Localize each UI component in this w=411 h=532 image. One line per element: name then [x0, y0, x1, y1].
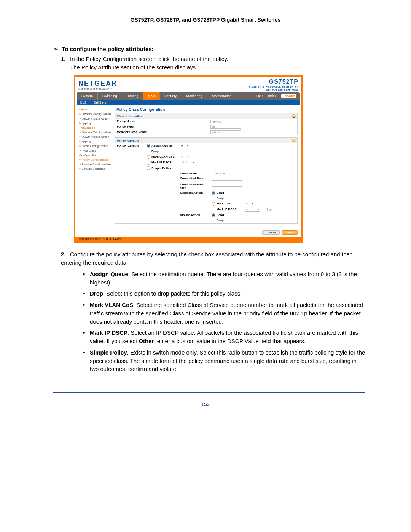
bullet-mark-ip-dscp: • Mark IP DSCP. Select an IP DSCP value.…: [83, 329, 365, 345]
sidebar-policy-config[interactable]: Policy Configuration: [79, 158, 113, 162]
brand-tagline: Connect with Innovation™: [78, 88, 117, 90]
sidebar-service-config[interactable]: Service Configuration: [79, 162, 113, 167]
conform-action-label: Conform Action: [180, 191, 203, 195]
nav-index[interactable]: Index: [268, 94, 276, 98]
color-mode-value: Color Blind: [210, 171, 297, 176]
policy-type-input[interactable]: In: [210, 125, 241, 129]
policy-attr-header: Policy Attribute: [117, 139, 139, 142]
committed-burst-input[interactable]: [212, 183, 242, 187]
step1-num: 1.: [61, 55, 70, 63]
member-class-label: Member Class Name: [115, 129, 160, 135]
conform-mark-ip-dscp-select[interactable]: af11: [245, 208, 260, 212]
section-title: Policy Class Configuration: [115, 107, 298, 113]
member-class-input[interactable]: voice: [210, 130, 241, 134]
bullet-drop: • Drop. Select this option to drop packe…: [83, 289, 365, 298]
class-info-header: Class Information: [117, 115, 143, 118]
step1-line2: The Policy Attribute section of the scre…: [70, 63, 365, 72]
mark-vlan-cos-label: Mark VLAN CoS: [151, 155, 175, 158]
bullet-simple-policy: • Simple Policy. Exists in switch mode o…: [83, 348, 365, 373]
conform-drop-label: Drop: [217, 197, 224, 200]
step-1: 1.In the Policy Configuration screen, cl…: [61, 55, 365, 72]
tab-switching[interactable]: Switching: [98, 92, 122, 100]
product-model: GS752TP: [249, 78, 298, 85]
sub-nav: CoS | DiffServ: [77, 100, 300, 105]
document-title: GS752TP, GS728TP, and GS728TPP Gigabit S…: [0, 17, 411, 23]
help-icon[interactable]: ?: [292, 114, 296, 118]
radio-assign-queue[interactable]: [147, 144, 150, 148]
sidebar-service-stats[interactable]: Service Statistics: [79, 167, 113, 171]
copyright: Copyright © 1996-2012 NETGEAR ®: [75, 237, 301, 241]
sidebar-basic[interactable]: · Basic: [79, 107, 113, 112]
mark-ip-dscp-select[interactable]: af11: [180, 161, 195, 165]
mark-ip-dscp-label: Mark IP DSCP: [151, 161, 172, 164]
sidebar-dscp-violate-basic[interactable]: DSCP Violate Action Mapping: [79, 117, 113, 126]
bullet-assign-queue: • Assign Queue. Select the destination q…: [83, 270, 365, 287]
tab-system[interactable]: System: [77, 92, 98, 100]
committed-rate-label: Committed Rate: [180, 177, 203, 180]
step2-text: Configure the policy attributes by selec…: [61, 251, 353, 266]
simple-policy-label: Simple Policy: [151, 166, 171, 170]
apply-button[interactable]: APPLY: [282, 230, 298, 235]
subnav-cos[interactable]: CoS: [80, 101, 87, 104]
color-mode-label: Color Mode: [180, 172, 197, 175]
policy-name-input[interactable]: newPol: [210, 120, 241, 123]
task-arrow-icon: ➢: [53, 46, 60, 53]
tab-monitoring[interactable]: Monitoring: [182, 92, 207, 100]
bullet-mark-vlan-cos: • Mark VLAN CoS. Select the specified Cl…: [83, 301, 365, 326]
sidebar-dscp-violate-adv[interactable]: DSCP Violate Action Mapping: [79, 135, 113, 144]
tab-routing[interactable]: Routing: [122, 92, 143, 100]
task-title: To configure the policy attributes:: [62, 46, 153, 52]
conform-mark-ip-dscp-input[interactable]: 10: [267, 208, 290, 211]
tab-qos[interactable]: QoS: [143, 92, 160, 100]
cancel-button[interactable]: CANCEL: [262, 230, 280, 235]
tab-security[interactable]: Security: [160, 92, 182, 100]
nav-help[interactable]: Help: [256, 94, 264, 98]
radio-drop[interactable]: [147, 150, 150, 153]
subnav-sep: |: [90, 101, 91, 104]
sidebar-advanced[interactable]: · Advanced: [79, 126, 113, 130]
radio-violate-drop[interactable]: [212, 219, 215, 222]
radio-violate-send[interactable]: [212, 213, 215, 217]
radio-conform-send[interactable]: [212, 191, 215, 195]
radio-conform-mark-cos[interactable]: [212, 202, 215, 206]
policy-name-label: Policy Name: [115, 119, 160, 124]
task-heading: ➢ To configure the policy attributes:: [53, 46, 365, 53]
step1-line1: In the Policy Configuration screen, clic…: [70, 56, 228, 62]
assign-queue-label: Assign Queue: [151, 144, 172, 147]
step2-num: 2.: [61, 250, 70, 259]
policy-type-label: Policy Type: [115, 124, 160, 129]
sidebar-ipv6-class-config[interactable]: IPv6 Class Configuration: [79, 149, 113, 158]
radio-conform-drop[interactable]: [212, 197, 215, 200]
radio-mark-ip-dscp[interactable]: [147, 161, 150, 165]
policy-attr-label: Policy Attribute: [115, 143, 145, 149]
class-info-panel: Class Information ? Policy Name newPol: [115, 113, 298, 135]
conform-mark-ip-dscp-label: Mark IP DSCP: [217, 208, 237, 211]
sidebar-diffserv-config-adv[interactable]: Diffserv Configuration: [79, 130, 113, 135]
product-desc-1: ProSafe® 48-Port Gigabit Smart Switch: [249, 85, 298, 88]
sidebar-diffserv-config-basic[interactable]: Diffserv Configuration: [79, 112, 113, 117]
violate-drop-label: Drop: [217, 219, 224, 222]
radio-mark-vlan-cos[interactable]: [147, 155, 150, 159]
main-panel: Policy Class Configuration Class Informa…: [115, 105, 300, 228]
logout-button[interactable]: LOGOUT: [281, 94, 297, 98]
committed-burst-label: Committed Burst Size: [180, 183, 205, 190]
committed-rate-input[interactable]: [212, 177, 242, 181]
help-icon[interactable]: ?: [292, 139, 296, 142]
drop-label: Drop: [151, 150, 159, 153]
brand-logo: NETGEAR: [78, 80, 117, 88]
main-nav: System Switching Routing QoS Security Mo…: [77, 92, 300, 100]
radio-conform-mark-ip-dscp[interactable]: [212, 208, 215, 211]
sidebar: · Basic Diffserv Configuration DSCP Viol…: [77, 105, 115, 228]
tab-maintenance[interactable]: Maintenance: [207, 92, 237, 100]
conform-send-label: Send: [217, 191, 224, 195]
subnav-diffserv[interactable]: DiffServ: [94, 101, 107, 104]
violate-action-label: Violate Action: [180, 213, 200, 217]
product-desc-2: with PoE and 4 SFP Ports: [249, 88, 298, 91]
assign-queue-select[interactable]: 0: [180, 144, 189, 148]
radio-simple-policy[interactable]: [147, 166, 150, 170]
conform-mark-cos-select[interactable]: 0: [245, 202, 254, 206]
mark-vlan-cos-select[interactable]: 0: [180, 155, 189, 159]
sidebar-class-config[interactable]: Class Configuration: [79, 144, 113, 149]
conform-mark-cos-label: Mark CoS: [217, 202, 231, 205]
violate-send-label: Send: [217, 213, 224, 217]
